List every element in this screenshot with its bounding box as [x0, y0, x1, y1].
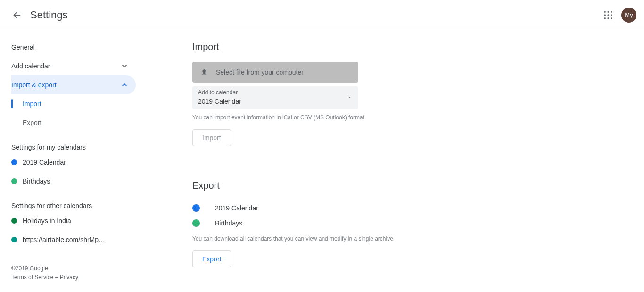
main-content: Import Select file from your computer Ad… — [136, 30, 644, 292]
my-cal-label: Birthdays — [23, 177, 50, 185]
my-cal-label: 2019 Calendar — [23, 159, 66, 166]
import-button-label: Import — [202, 134, 221, 142]
calendar-color-dot — [11, 178, 17, 184]
footer-sep: – — [53, 274, 59, 281]
my-cal-item[interactable]: 2019 Calendar — [11, 153, 136, 172]
import-panel: Import Select file from your computer Ad… — [192, 42, 644, 146]
layout: General Add calendar Import & export Imp… — [0, 30, 644, 292]
nav-sub-import-label: Import — [23, 100, 41, 108]
export-cal-row: 2019 Calendar — [192, 200, 644, 216]
export-cal-label: 2019 Calendar — [215, 204, 258, 212]
nav-add-calendar[interactable]: Add calendar — [11, 57, 136, 75]
calendar-color-dot — [11, 218, 17, 224]
chevron-up-icon — [119, 79, 130, 91]
other-cal-label: Holidays in India — [23, 217, 71, 225]
nav-sub-import[interactable]: Import — [11, 94, 136, 113]
export-button-label: Export — [202, 255, 221, 263]
calendar-color-dot — [192, 204, 200, 212]
svg-point-5 — [607, 14, 609, 16]
my-calendars-heading: Settings for my calendars — [11, 143, 136, 151]
svg-point-6 — [611, 14, 612, 16]
calendar-color-dot — [11, 159, 17, 165]
export-cal-row: Birthdays — [192, 216, 644, 231]
chevron-down-icon — [119, 60, 130, 72]
import-title: Import — [192, 42, 644, 52]
calendar-color-dot — [11, 237, 17, 242]
apps-grid-icon — [603, 10, 613, 20]
nav-add-calendar-label: Add calendar — [11, 62, 50, 70]
google-apps-button[interactable] — [599, 6, 618, 25]
svg-point-9 — [611, 17, 612, 19]
account-avatar[interactable]: My — [621, 8, 636, 23]
back-button[interactable] — [8, 6, 26, 25]
export-title: Export — [192, 180, 644, 191]
back-arrow-icon — [12, 10, 22, 20]
caret-down-icon — [347, 94, 353, 101]
calendar-color-dot — [192, 219, 200, 227]
nav-general[interactable]: General — [11, 38, 136, 57]
nav-import-export-label: Import & export — [11, 81, 57, 89]
other-cal-label: https://airtable.com/shrMp… — [23, 236, 105, 243]
add-to-calendar-dropdown[interactable]: Add to calendar 2019 Calendar — [192, 86, 358, 109]
page-title: Settings — [30, 9, 68, 21]
dropdown-label: Add to calendar — [198, 89, 347, 97]
svg-point-2 — [607, 11, 609, 12]
nav-import-export[interactable]: Import & export — [11, 75, 136, 94]
nav-sub-export-label: Export — [23, 119, 41, 126]
export-button[interactable]: Export — [192, 250, 231, 267]
export-cal-label: Birthdays — [215, 219, 242, 227]
app-header: Settings My — [0, 0, 644, 30]
file-select-button[interactable]: Select file from your computer — [192, 62, 358, 83]
svg-point-3 — [611, 11, 612, 12]
svg-point-4 — [604, 14, 606, 16]
sidebar-footer: ©2019 Google Terms of Service – Privacy — [11, 264, 136, 282]
my-cal-item[interactable]: Birthdays — [11, 172, 136, 191]
other-cal-item[interactable]: https://airtable.com/shrMp… — [11, 230, 136, 249]
avatar-text: My — [625, 11, 633, 18]
footer-tos-link[interactable]: Terms of Service — [11, 274, 53, 281]
svg-point-8 — [607, 17, 609, 19]
dropdown-value: 2019 Calendar — [198, 97, 347, 107]
upload-icon — [200, 68, 208, 76]
import-hint: You can import event information in iCal… — [192, 114, 644, 121]
export-panel: Export 2019 Calendar Birthdays You can d… — [192, 180, 644, 267]
file-select-label: Select file from your computer — [216, 68, 304, 76]
export-hint: You can download all calendars that you … — [192, 235, 644, 242]
svg-point-1 — [604, 11, 606, 12]
footer-privacy-link[interactable]: Privacy — [60, 274, 78, 281]
other-cal-item[interactable]: Holidays in India — [11, 211, 136, 230]
other-calendars-heading: Settings for other calendars — [11, 202, 136, 209]
svg-point-7 — [604, 17, 606, 19]
footer-copyright: ©2019 Google — [11, 264, 136, 273]
import-button[interactable]: Import — [192, 129, 231, 146]
nav-sub-export[interactable]: Export — [11, 113, 136, 132]
nav-general-label: General — [11, 43, 35, 51]
sidebar: General Add calendar Import & export Imp… — [0, 30, 136, 292]
